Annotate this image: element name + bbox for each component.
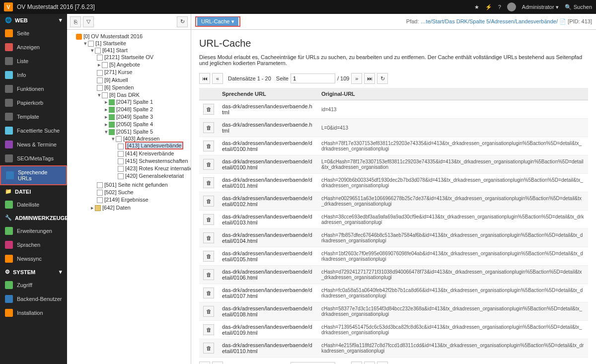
tree-node[interactable]: ▾[1] Startseite ▾[641] Start [2121] Star… <box>83 40 189 212</box>
flash-icon[interactable]: ⚡ <box>485 4 492 10</box>
mod-seo-metatags[interactable]: SEO/MetaTags <box>0 151 67 165</box>
delete-row-button[interactable] <box>203 177 214 188</box>
tree-node[interactable]: [502] Suche <box>97 189 189 196</box>
mod-funktionen[interactable]: Funktionen <box>0 82 67 96</box>
tree-node[interactable]: [2149] Ergebnisse <box>97 196 189 204</box>
mod-zugriff[interactable]: Zugriff <box>0 278 67 292</box>
delete-row-button[interactable] <box>203 251 214 262</box>
mod-sprechende-urls[interactable]: Sprechende URLs <box>0 165 67 185</box>
pager-next-icon[interactable]: » <box>351 73 362 84</box>
mod-sprachen[interactable]: Sprachen <box>0 238 67 252</box>
mod-papierkorb[interactable]: Papierkorb <box>0 96 67 110</box>
pager-last-icon[interactable]: ⏭ <box>364 362 375 364</box>
tree-node[interactable]: [501] Seite nicht gefunden <box>97 181 189 189</box>
section-web[interactable]: 🌐 WEB▾ <box>0 14 67 26</box>
delete-row-button[interactable] <box>203 269 214 280</box>
tree-node[interactable]: [2121] Startseite OV <box>97 54 189 61</box>
delete-row-button[interactable] <box>203 104 214 115</box>
tree-node[interactable]: [415] Schwesternschaften <box>118 157 189 165</box>
delete-row-button[interactable] <box>203 288 214 298</box>
tree-node[interactable]: [9] Aktuell <box>97 76 189 84</box>
pager-info: Datensätze 1 - 20 <box>225 75 274 81</box>
pager-prev-icon[interactable]: « <box>212 362 223 364</box>
tree-root[interactable]: [0] OV Musterstadt 2016 ▾[1] Startseite … <box>76 33 189 213</box>
mod-template[interactable]: Template <box>0 110 67 124</box>
delete-row-button[interactable] <box>203 159 214 170</box>
mod-liste[interactable]: Liste <box>0 54 67 68</box>
tree-node[interactable]: ▸[2048] Spalte 2 <box>104 106 189 113</box>
pager-page-input[interactable] <box>291 362 335 364</box>
breadcrumb[interactable]: …te/Start/Das DRK/Spalte 5/Adressen/Land… <box>421 18 558 24</box>
mod-seite[interactable]: Seite <box>0 26 67 40</box>
tree-node[interactable]: ▸[642] Daten <box>90 204 189 212</box>
delete-row-button[interactable] <box>203 343 214 354</box>
tree-node[interactable]: [423] Rotes Kreuz international <box>118 165 189 172</box>
delete-row-button[interactable] <box>203 214 214 225</box>
pager-next-icon[interactable]: » <box>351 362 362 364</box>
mod-facettierte-suche[interactable]: Facettierte Suche <box>0 124 67 138</box>
mod-backend-benutzer[interactable]: Backend-Benutzer <box>0 292 67 306</box>
pager-page-input[interactable] <box>291 73 335 83</box>
original-url-cell: cHash=e00296511a63e1066966278b25c7de37&i… <box>317 192 588 211</box>
tree-node[interactable]: ▸[2050] Spalte 4 <box>104 121 189 128</box>
speaking-url-cell: das-drk/adressen/landesverbaende/detail/… <box>218 192 317 211</box>
pager-prev-icon[interactable]: « <box>212 73 223 84</box>
trash-icon <box>206 272 212 278</box>
table-row: das-drk/adressen/landesverbaende/detail/… <box>199 302 588 321</box>
pager-first-icon[interactable]: ⏮ <box>199 362 210 364</box>
delete-row-button[interactable] <box>203 196 214 207</box>
path-label: Pfad: <box>406 18 419 24</box>
mod-news-termine[interactable]: News & Termine <box>0 138 67 151</box>
original-url-cell: id=413 <box>317 100 588 119</box>
section-system[interactable]: ⚙ SYSTEM▾ <box>0 266 67 278</box>
trash-icon <box>206 106 212 112</box>
tree-node[interactable]: ▾[8] Das DRK ▸[2047] Spalte 1 ▸[2048] Sp… <box>97 91 189 181</box>
delete-row-button[interactable] <box>203 141 214 151</box>
pager-reload-icon[interactable]: ↻ <box>377 362 388 364</box>
table-row: das-drk/adressen/landesverbaende/detail/… <box>199 192 588 211</box>
user-menu[interactable]: Administrator ▾ <box>522 4 559 10</box>
delete-row-button[interactable] <box>203 306 214 317</box>
mod-info[interactable]: Info <box>0 68 67 82</box>
original-url-cell: cHash=7fb857dfec67646b8c513aeb7584af6b&i… <box>317 229 588 247</box>
tree-node[interactable]: ▾[403] Adressen [413] Landesverbände [41… <box>111 135 189 180</box>
help-icon[interactable]: ? <box>498 4 501 10</box>
tree-node[interactable]: [6] Spenden <box>97 84 189 91</box>
original-url-cell: cHash=d7292412717271f31038d940066478f73&… <box>317 266 588 284</box>
delete-row-button[interactable] <box>203 232 214 243</box>
tree-node[interactable]: ▾[641] Start [2121] Startseite OV ▸[5] A… <box>90 47 189 204</box>
trash-icon <box>206 327 212 333</box>
tree-node[interactable]: [414] Kreisverbände <box>118 150 189 157</box>
function-dropdown[interactable]: URL-Cache ▾ <box>197 17 238 26</box>
tree-node[interactable]: [420] Generalsekretariat <box>118 172 189 180</box>
tree-node[interactable]: ▸[2047] Spalte 1 <box>104 98 189 106</box>
tree-refresh-icon[interactable]: ↻ <box>177 16 188 27</box>
pager-reload-icon[interactable]: ↻ <box>377 73 388 84</box>
delete-row-button[interactable] <box>203 122 214 133</box>
tree-node[interactable]: [271] Kurse <box>97 69 189 76</box>
mod-newssync[interactable]: Newssync <box>0 252 67 266</box>
tree-node-selected[interactable]: [413] Landesverbände <box>118 142 189 149</box>
mod-installation[interactable]: Installation <box>0 306 67 320</box>
delete-row-button[interactable] <box>203 324 214 335</box>
section-admin[interactable]: 🔧 ADMINWERKZEUGE▾ <box>0 212 67 224</box>
content-area: URL-Cache ▾ Pfad: …te/Start/Das DRK/Spal… <box>191 14 596 364</box>
pager-last-icon[interactable]: ⏭ <box>364 73 375 84</box>
original-url-cell: cHash=78f17e3307153ef83811c29203e74335&i… <box>317 137 588 155</box>
speaking-url-cell: das-drk/adressen/landesverbaende/detail/… <box>218 229 317 247</box>
tree-node[interactable]: ▸[2049] Spalte 3 <box>104 113 189 121</box>
mod-erweiterungen[interactable]: Erweiterungen <box>0 224 67 238</box>
mod-dateiliste[interactable]: Dateiliste <box>0 198 67 212</box>
top-search[interactable]: 🔍 Suchen <box>565 4 592 10</box>
original-url-cell: cHash=1bf2603c7f0e995e0869076098fe04ab&i… <box>317 247 588 266</box>
tree-node[interactable]: ▸[5] Angebote <box>97 61 189 69</box>
pager-first-icon[interactable]: ⏮ <box>199 73 210 84</box>
section-datei[interactable]: 📁 DATEI <box>0 185 67 198</box>
tree-filter-icon[interactable]: ▽ <box>83 16 94 27</box>
site-title: OV Musterstadt 2016 [7.6.23] <box>17 3 474 10</box>
tree-node[interactable]: ▾[2051] Spalte 5 ▾[403] Adressen [413] L… <box>104 128 189 181</box>
bookmark-icon[interactable]: ★ <box>474 4 479 10</box>
original-url-cell: cHash=38cce693edbf3aa9afa69a9ad30cf9e&id… <box>317 211 588 229</box>
mod-anzeigen[interactable]: Anzeigen <box>0 40 67 54</box>
tree-new-icon[interactable]: ⎘ <box>70 16 81 27</box>
